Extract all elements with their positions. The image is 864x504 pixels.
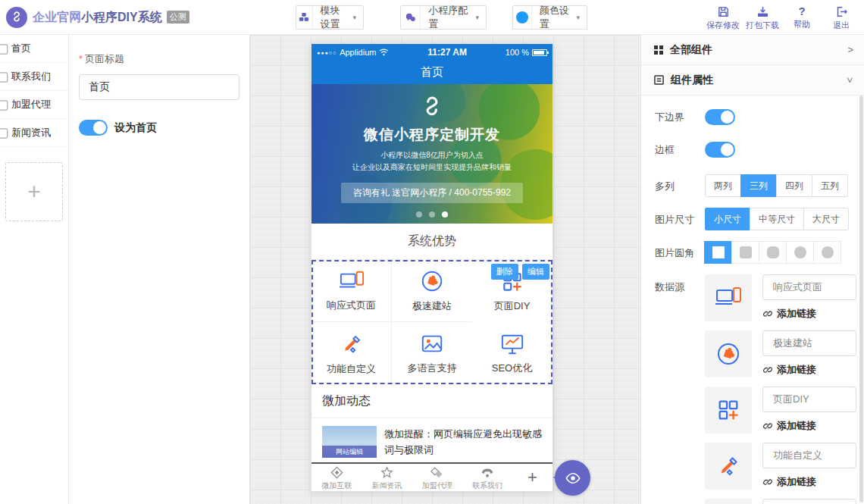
radius-option-1[interactable] bbox=[731, 241, 759, 264]
sidebar-item-home[interactable]: 首页 bbox=[0, 35, 68, 63]
sidebar-item-label: 加盟代理 bbox=[11, 98, 51, 111]
border-toggle[interactable] bbox=[705, 142, 735, 158]
component-tools: 删除 编辑 bbox=[491, 264, 549, 280]
radius-option-2[interactable] bbox=[759, 241, 787, 264]
exit-button[interactable]: 退出 bbox=[822, 3, 861, 31]
dot[interactable] bbox=[429, 211, 435, 218]
status-left: ●●●○○ Applidium bbox=[317, 48, 389, 57]
size-option-medium[interactable]: 中等尺寸 bbox=[750, 208, 804, 230]
datasource-name-input[interactable] bbox=[762, 443, 856, 468]
advantages-grid-selected-component[interactable]: 删除 编辑 响应式页面 极速建站 页面DIY bbox=[311, 260, 553, 384]
radius-option-3[interactable] bbox=[786, 241, 814, 264]
page-title-label: 页面标题 bbox=[85, 53, 124, 64]
columns-option-3-selected[interactable]: 三列 bbox=[740, 174, 777, 197]
datasource-thumb[interactable] bbox=[705, 499, 752, 504]
inspector-scrollbar[interactable] bbox=[859, 95, 863, 502]
banner-subtitle-line1: 小程序以微信8亿用户为切入点 bbox=[352, 149, 512, 161]
add-link-button[interactable]: 添加链接 bbox=[762, 363, 856, 377]
tab-label: 新闻资讯 bbox=[371, 481, 402, 491]
datasource-thumb[interactable] bbox=[705, 387, 752, 434]
phone-preview: ●●●○○ Applidium 11:27 AM 100 % 首页 微信小程序定… bbox=[311, 43, 553, 492]
advantage-label: 功能自定义 bbox=[327, 362, 376, 376]
components-grid-icon bbox=[654, 45, 663, 55]
cubes-icon bbox=[296, 6, 313, 29]
page-title-label-row: *页面标题 bbox=[79, 52, 239, 66]
banner-carousel[interactable]: 微信小程序定制开发 小程序以微信8亿用户为切入点 让企业以及商家在短时间里实现提… bbox=[311, 84, 553, 224]
columns-segmented-control: 两列 三列 四列 五列 bbox=[705, 174, 848, 197]
miniprogram-config-menu[interactable]: 小程序配置 ▾ bbox=[400, 5, 487, 30]
sidebar-item-news[interactable]: 新闻资讯 bbox=[0, 119, 68, 147]
banner-logo-icon bbox=[419, 95, 445, 121]
module-settings-menu[interactable]: 模块设置 ▾ bbox=[296, 5, 364, 30]
image-size-row: 图片尺寸 小尺寸 中等尺寸 大尺寸 bbox=[655, 208, 864, 230]
news-list-item[interactable]: 网站编辑 微加提醒：网页编辑应避免出现敏感词与极限词 bbox=[311, 418, 553, 459]
advantage-multilang[interactable]: 多语言支持 bbox=[392, 322, 472, 384]
columns-option-2[interactable]: 两列 bbox=[705, 174, 741, 197]
datasource-item-partial bbox=[705, 499, 856, 504]
advantage-speed[interactable]: 极速建站 bbox=[392, 260, 472, 322]
status-right: 100 % bbox=[506, 48, 547, 57]
border-row: 边框 bbox=[655, 142, 864, 158]
datasource-item: 添加链接 bbox=[705, 274, 856, 321]
caret-down-icon: ▾ bbox=[576, 14, 587, 21]
preview-button[interactable] bbox=[555, 460, 590, 496]
set-home-toggle[interactable] bbox=[79, 120, 108, 136]
color-settings-menu[interactable]: 颜色设置 ▾ bbox=[512, 5, 587, 30]
datasource-name-input[interactable] bbox=[762, 330, 856, 356]
eye-icon bbox=[565, 470, 581, 487]
tab-label: 联系我们 bbox=[472, 481, 502, 491]
delete-component-button[interactable]: 删除 bbox=[491, 264, 518, 280]
tab-add-button[interactable]: + bbox=[512, 468, 553, 487]
advantage-responsive[interactable]: 响应式页面 bbox=[311, 260, 392, 322]
columns-option-4[interactable]: 四列 bbox=[776, 174, 812, 197]
columns-option-5[interactable]: 五列 bbox=[812, 174, 848, 197]
bottom-border-toggle[interactable] bbox=[705, 109, 735, 125]
datasource-name-input[interactable] bbox=[762, 387, 856, 412]
battery-percent: 100 % bbox=[506, 48, 529, 57]
advantage-custom[interactable]: 功能自定义 bbox=[311, 322, 392, 384]
component-props-header[interactable]: 组件属性 > bbox=[641, 65, 864, 95]
help-label: 帮助 bbox=[794, 19, 810, 30]
datasource-name-input[interactable] bbox=[762, 499, 856, 504]
add-link-button[interactable]: 添加链接 bbox=[762, 307, 856, 321]
page-icon bbox=[0, 100, 8, 111]
editor-canvas: ●●●○○ Applidium 11:27 AM 100 % 首页 微信小程序定… bbox=[250, 35, 640, 504]
tab-contact[interactable]: 联系我们 bbox=[462, 465, 512, 491]
add-link-button[interactable]: 添加链接 bbox=[762, 475, 856, 489]
tab-news[interactable]: 新闻资讯 bbox=[362, 464, 412, 491]
phone-icon bbox=[480, 466, 495, 480]
radius-option-0-selected[interactable] bbox=[704, 241, 732, 264]
banner-subtitle-line2: 让企业以及商家在短时间里实现提升品牌和销量 bbox=[352, 161, 512, 174]
add-link-button[interactable]: 添加链接 bbox=[762, 419, 856, 433]
save-button[interactable]: 保存修改 bbox=[703, 3, 743, 31]
tab-label: 微加互联 bbox=[321, 481, 352, 491]
datasource-thumb[interactable] bbox=[705, 330, 752, 377]
dot[interactable] bbox=[416, 211, 422, 218]
add-page-button[interactable]: + bbox=[5, 162, 63, 221]
radius-swatch bbox=[822, 246, 834, 258]
edit-component-button[interactable]: 编辑 bbox=[522, 264, 549, 280]
help-button[interactable]: ? 帮助 bbox=[782, 3, 822, 31]
download-button[interactable]: 打包下载 bbox=[743, 3, 782, 31]
image-radius-label: 图片圆角 bbox=[655, 246, 705, 260]
radius-option-4[interactable] bbox=[813, 241, 841, 264]
size-option-small-selected[interactable]: 小尺寸 bbox=[705, 208, 750, 230]
datasource-thumb[interactable] bbox=[705, 274, 752, 321]
phone-tabbar: 微加互联 新闻资讯 加盟代理 联系我们 + bbox=[311, 462, 553, 491]
advantage-seo[interactable]: SEO优化 bbox=[472, 322, 553, 384]
dot-active[interactable] bbox=[442, 211, 448, 218]
banner-title: 微信小程序定制开发 bbox=[364, 125, 500, 145]
all-components-header[interactable]: 全部组件 > bbox=[641, 35, 864, 65]
sidebar-item-agent[interactable]: 加盟代理 bbox=[0, 91, 68, 119]
star-icon bbox=[380, 465, 394, 480]
multi-language-icon bbox=[419, 332, 445, 356]
advantage-label: 极速建站 bbox=[412, 299, 452, 313]
tab-weijia[interactable]: 微加互联 bbox=[311, 464, 362, 491]
page-title-input[interactable] bbox=[79, 74, 239, 100]
datasource-name-input[interactable] bbox=[762, 274, 856, 300]
image-size-label: 图片尺寸 bbox=[655, 212, 705, 227]
tab-agent[interactable]: 加盟代理 bbox=[412, 464, 462, 491]
datasource-thumb[interactable] bbox=[705, 443, 752, 490]
sidebar-item-contact[interactable]: 联系我们 bbox=[0, 63, 68, 91]
size-option-large[interactable]: 大尺寸 bbox=[803, 208, 849, 230]
